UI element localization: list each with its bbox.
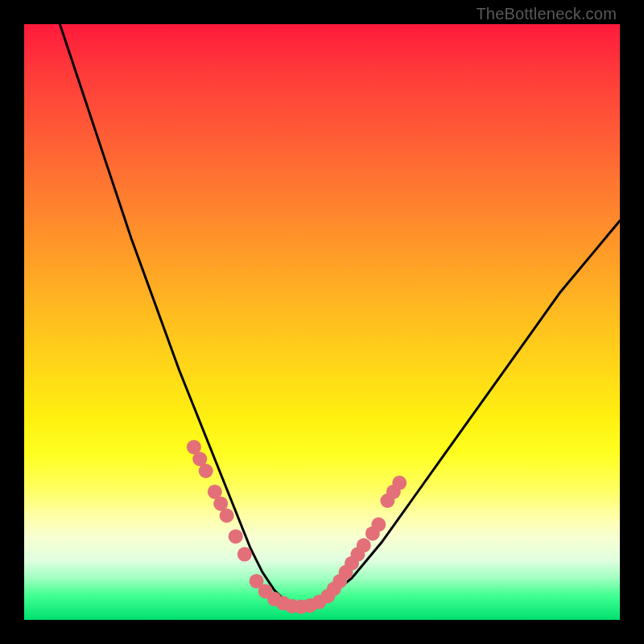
data-point [371,518,386,532]
chart-svg [24,24,620,620]
plot-area [24,24,620,620]
data-point [357,539,371,553]
data-point [199,464,213,478]
data-point [220,509,234,523]
watermark-text: TheBottleneck.com [476,5,617,23]
chart-frame: TheBottleneck.com [0,0,644,644]
bottleneck-curve [60,24,620,608]
data-point [392,476,407,490]
data-points [187,440,407,613]
data-point [229,529,243,543]
data-point [237,547,252,562]
